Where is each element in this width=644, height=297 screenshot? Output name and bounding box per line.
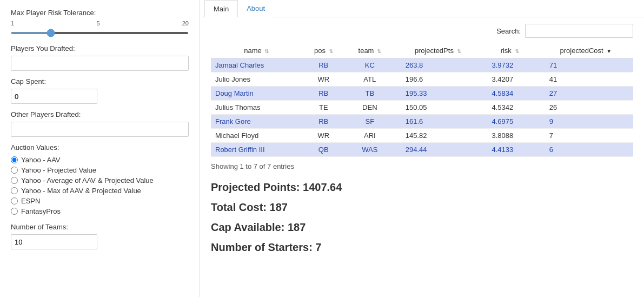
stats-block: Projected Points: 1407.64 Total Cost: 18… [211, 179, 633, 254]
table-cell: Michael Floyd [211, 129, 302, 143]
table-cell: 196.6 [395, 72, 481, 87]
table-row: Michael FloydWRARI145.823.80887 [211, 129, 633, 143]
radio-yahoo-average[interactable]: Yahoo - Average of AAV & Projected Value [11, 176, 189, 184]
radio-espn-input[interactable] [11, 197, 18, 204]
radio-yahoo-aav[interactable]: Yahoo - AAV [11, 156, 189, 164]
table-header-row: name ⇅ pos ⇅ team ⇅ projectedPts ⇅ risk … [211, 43, 633, 58]
table-cell: ATL [345, 72, 395, 87]
radio-fantasypros-input[interactable] [11, 208, 18, 215]
col-projectedpts[interactable]: projectedPts ⇅ [395, 43, 481, 58]
slider-max-label: 20 [182, 20, 189, 27]
num-teams-input[interactable] [11, 234, 97, 249]
table-cell: SF [345, 115, 395, 129]
table-cell: Doug Martin [211, 87, 302, 101]
table-cell: 294.44 [395, 143, 481, 157]
col-projectedcost[interactable]: projectedCost ▼ [539, 43, 633, 58]
table-cell: RB [302, 58, 345, 72]
table-cell: 195.33 [395, 87, 481, 101]
cap-spent-section: Cap Spent: [11, 77, 189, 104]
table-cell: 71 [539, 58, 633, 72]
content-area: Search: name ⇅ pos ⇅ team ⇅ projecte [200, 17, 644, 297]
slider-section: Max Player Risk Tolerance: 1 5 20 [11, 9, 189, 36]
table-body: Jamaal CharlesRBKC263.83.973271Julio Jon… [211, 58, 633, 157]
players-drafted-input[interactable] [11, 56, 189, 71]
sort-arrows-projectedpts: ⇅ [457, 48, 461, 54]
col-name[interactable]: name ⇅ [211, 43, 302, 58]
table-cell: 3.8088 [481, 129, 538, 143]
radio-yahoo-average-input[interactable] [11, 177, 18, 184]
table-cell: 3.9732 [481, 58, 538, 72]
auction-values-section: Auction Values: Yahoo - AAV Yahoo - Proj… [11, 143, 189, 215]
table-cell: 6 [539, 143, 633, 157]
table-cell: 263.8 [395, 58, 481, 72]
table-cell: 145.82 [395, 129, 481, 143]
num-teams-section: Number of Teams: [11, 223, 189, 249]
radio-fantasypros[interactable]: FantasyPros [11, 207, 189, 215]
table-row: Jamaal CharlesRBKC263.83.973271 [211, 58, 633, 72]
table-cell: 4.4133 [481, 143, 538, 157]
cap-spent-label: Cap Spent: [11, 77, 189, 85]
cap-spent-input[interactable] [11, 89, 97, 104]
col-risk[interactable]: risk ⇅ [481, 43, 538, 58]
table-cell: WAS [345, 143, 395, 157]
search-input[interactable] [525, 24, 633, 38]
table-cell: 4.5342 [481, 101, 538, 115]
table-cell: 7 [539, 129, 633, 143]
slider-label: Max Player Risk Tolerance: [11, 9, 189, 17]
auction-values-label: Auction Values: [11, 143, 189, 151]
sort-arrows-pos: ⇅ [329, 48, 333, 54]
left-panel: Max Player Risk Tolerance: 1 5 20 Player… [0, 0, 200, 297]
table-cell: QB [302, 143, 345, 157]
radio-yahoo-projected-input[interactable] [11, 167, 18, 174]
table-cell: RB [302, 115, 345, 129]
radio-espn[interactable]: ESPN [11, 197, 189, 205]
col-team[interactable]: team ⇅ [345, 43, 395, 58]
other-players-label: Other Players Drafted: [11, 110, 189, 118]
radio-yahoo-max[interactable]: Yahoo - Max of AAV & Projected Value [11, 187, 189, 195]
sort-arrows-risk: ⇅ [515, 48, 519, 54]
table-cell: 41 [539, 72, 633, 87]
col-pos[interactable]: pos ⇅ [302, 43, 345, 58]
sort-arrows-name: ⇅ [264, 48, 269, 54]
radio-espn-label: ESPN [21, 197, 40, 205]
radio-yahoo-projected-label: Yahoo - Projected Value [21, 166, 96, 174]
other-players-input[interactable] [11, 122, 189, 137]
radio-fantasypros-label: FantasyPros [21, 207, 61, 215]
table-cell: 26 [539, 101, 633, 115]
players-drafted-section: Players You Drafted: [11, 44, 189, 71]
players-table: name ⇅ pos ⇅ team ⇅ projectedPts ⇅ risk … [211, 43, 633, 157]
slider-labels: 1 5 20 [11, 20, 189, 27]
radio-yahoo-aav-input[interactable] [11, 156, 18, 163]
num-starters-stat: Number of Starters: 7 [211, 241, 633, 254]
total-cost-stat: Total Cost: 187 [211, 201, 633, 214]
table-cell: RB [302, 87, 345, 101]
cap-available-stat: Cap Available: 187 [211, 221, 633, 234]
table-row: Julio JonesWRATL196.63.420741 [211, 72, 633, 87]
slider-mid-label: 5 [96, 20, 99, 27]
tab-main[interactable]: Main [204, 0, 238, 17]
table-cell: Frank Gore [211, 115, 302, 129]
table-cell: TE [302, 101, 345, 115]
table-cell: Julio Jones [211, 72, 302, 87]
radio-yahoo-max-input[interactable] [11, 187, 18, 194]
table-cell: Jamaal Charles [211, 58, 302, 72]
other-players-section: Other Players Drafted: [11, 110, 189, 137]
table-cell: Julius Thomas [211, 101, 302, 115]
table-cell: WR [302, 129, 345, 143]
tab-about[interactable]: About [238, 0, 274, 17]
radio-yahoo-aav-label: Yahoo - AAV [21, 156, 61, 164]
num-teams-label: Number of Teams: [11, 223, 189, 231]
radio-yahoo-max-label: Yahoo - Max of AAV & Projected Value [21, 187, 141, 195]
radio-yahoo-average-label: Yahoo - Average of AAV & Projected Value [21, 176, 154, 184]
table-cell: WR [302, 72, 345, 87]
table-cell: 3.4207 [481, 72, 538, 87]
table-cell: 9 [539, 115, 633, 129]
right-panel: Main About Search: name ⇅ pos ⇅ team ⇅ [200, 0, 644, 297]
risk-tolerance-slider[interactable] [11, 32, 189, 34]
radio-yahoo-projected[interactable]: Yahoo - Projected Value [11, 166, 189, 174]
sort-arrows-projectedcost: ▼ [606, 48, 612, 54]
table-cell: 27 [539, 87, 633, 101]
sort-arrows-team: ⇅ [377, 48, 381, 54]
table-cell: 4.6975 [481, 115, 538, 129]
table-cell: Robert Griffin III [211, 143, 302, 157]
